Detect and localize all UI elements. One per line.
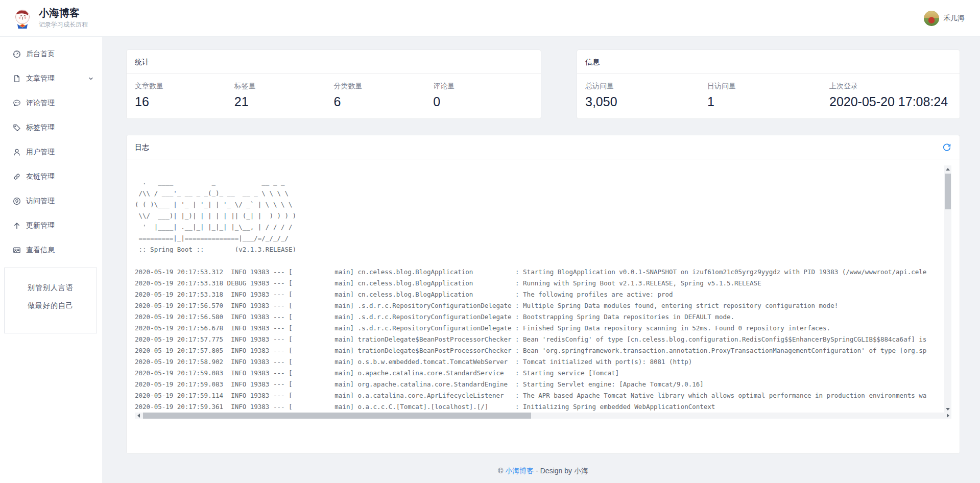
user-name: 禾几海 <box>943 14 965 23</box>
stat-value: 0 <box>433 94 533 109</box>
stat-label: 文章数量 <box>135 82 234 91</box>
brand-subtitle: 记录学习成长历程 <box>39 20 88 29</box>
log-line: 2020-05-19 20:17:56.678 INFO 19383 --- [… <box>135 323 944 334</box>
log-line: 2020-05-19 20:17:56.570 INFO 19383 --- [… <box>135 300 944 311</box>
user-avatar <box>924 11 939 26</box>
banner-line: :: Spring Boot :: (v2.1.3.RELEASE) <box>135 244 944 255</box>
stat-tags: 标签量 21 <box>234 82 334 109</box>
stat-categories: 分类数量 6 <box>334 82 434 109</box>
log-line: 2020-05-19 20:17:59.114 INFO 19383 --- [… <box>135 390 944 401</box>
banner-line: ( ( )\___ | '_ | '_| | '_ \/ _` | \ \ \ … <box>135 199 944 210</box>
footer-copyright: © <box>498 467 505 475</box>
log-line: 2020-05-19 20:17:57.775 INFO 19383 --- [… <box>135 334 944 345</box>
update-arrow-icon <box>13 222 21 230</box>
log-line: 2020-05-19 20:17:53.312 INFO 19383 --- [… <box>135 267 944 278</box>
motto-box: 别管别人言语 做最好的自己 <box>4 268 97 333</box>
log-viewport: . ____ _ __ _ _ /\\ / ___'_ __ _ _(_)_ _… <box>135 165 951 419</box>
scroll-right-button[interactable] <box>944 413 951 419</box>
horizontal-scrollbar[interactable] <box>135 413 951 419</box>
stats-card-title: 统计 <box>127 50 541 74</box>
motto-line-1: 别管别人言语 <box>5 283 97 293</box>
stat-value: 21 <box>234 94 334 109</box>
stat-daily-visits: 日访问量 1 <box>707 82 829 109</box>
sidebar-item-articles[interactable]: 文章管理 <box>0 66 102 91</box>
stat-value: 1 <box>707 94 829 109</box>
stat-label: 上次登录 <box>829 82 951 91</box>
banner-line: ' |____| .__|_| |_|_| |_\__, | / / / / <box>135 222 944 233</box>
sidebar-item-links[interactable]: 友链管理 <box>0 164 102 189</box>
link-icon <box>13 173 21 181</box>
sidebar-item-label: 标签管理 <box>26 123 55 132</box>
stat-total-visits: 总访问量 3,050 <box>585 82 707 109</box>
vertical-scrollbar[interactable] <box>944 165 951 413</box>
log-output: . ____ _ __ _ _ /\\ / ___'_ __ _ _(_)_ _… <box>135 165 944 413</box>
sidebar-item-label: 评论管理 <box>26 99 55 108</box>
horizontal-scroll-track[interactable] <box>142 413 944 419</box>
log-line: 2020-05-19 20:17:53.318 DEBUG 19383 --- … <box>135 278 944 289</box>
sidebar-item-label: 更新管理 <box>26 221 55 230</box>
sidebar-item-label: 文章管理 <box>26 74 55 83</box>
log-line: 2020-05-19 20:17:58.902 INFO 19383 --- [… <box>135 356 944 368</box>
user-icon <box>13 148 21 156</box>
sidebar-item-label: 访问管理 <box>26 197 55 206</box>
stat-label: 标签量 <box>234 82 334 91</box>
footer-blog-link[interactable]: 小海博客 <box>505 467 534 475</box>
stat-articles: 文章数量 16 <box>135 82 234 109</box>
sidebar-item-tags[interactable]: 标签管理 <box>0 115 102 140</box>
sidebar-item-view-info[interactable]: 查看信息 <box>0 238 102 262</box>
banner-line: . ____ _ __ _ _ <box>135 177 944 188</box>
stat-label: 总访问量 <box>585 82 707 91</box>
sidebar-item-label: 查看信息 <box>26 246 55 255</box>
user-menu[interactable]: 禾几海 <box>924 11 965 26</box>
mascot-logo-icon <box>11 7 34 30</box>
log-card: 日志 . ____ _ __ _ _ /\\ / ___'_ __ _ _(_)… <box>126 135 960 454</box>
scroll-down-button[interactable] <box>944 405 951 413</box>
dashboard-icon <box>13 50 21 58</box>
footer: © 小海博客 - Design by 小海 <box>126 467 960 476</box>
app-header: 小海博客 记录学习成长历程 禾几海 <box>0 0 980 37</box>
banner-line: =========|_|==============|___/=/_/_/_/ <box>135 233 944 244</box>
scroll-up-button[interactable] <box>944 165 951 173</box>
footer-suffix: - Design by 小海 <box>534 467 588 475</box>
log-line: 2020-05-19 20:17:53.318 INFO 19383 --- [… <box>135 289 944 300</box>
profile-card-icon <box>13 246 21 254</box>
visit-icon <box>13 197 21 205</box>
stat-comments: 评论量 0 <box>433 82 533 109</box>
sidebar-item-comments[interactable]: 评论管理 <box>0 91 102 115</box>
sidebar-item-visits[interactable]: 访问管理 <box>0 189 102 213</box>
sidebar-item-label: 后台首页 <box>26 50 55 59</box>
info-card: 信息 总访问量 3,050 日访问量 1 上次登录 2020-05-20 17:… <box>577 50 960 119</box>
banner-line: \\/ ___)| |_)| | | | | || (_| | ) ) ) ) <box>135 210 944 222</box>
stats-card: 统计 文章数量 16 标签量 21 分类数量 6 <box>126 50 541 119</box>
stat-label: 日访问量 <box>707 82 829 91</box>
stat-value: 16 <box>135 94 234 109</box>
scroll-left-button[interactable] <box>135 413 142 419</box>
comment-icon <box>13 99 21 107</box>
brand-title: 小海博客 <box>39 7 88 19</box>
sidebar-item-label: 友链管理 <box>26 172 55 181</box>
main-content: 统计 文章数量 16 标签量 21 分类数量 6 <box>102 37 980 483</box>
banner-line: /\\ / ___'_ __ _ _(_)_ __ __ _ \ \ \ \ <box>135 188 944 199</box>
brand[interactable]: 小海博客 记录学习成长历程 <box>11 7 88 30</box>
tag-icon <box>13 124 21 132</box>
log-line: 2020-05-19 20:17:59.361 INFO 19383 --- [… <box>135 401 944 413</box>
sidebar: 后台首页 文章管理 评论管理 标签管理 <box>0 37 102 483</box>
stat-value: 2020-05-20 17:08:24 <box>829 94 951 109</box>
vertical-scroll-thumb[interactable] <box>945 174 951 209</box>
chevron-down-icon <box>88 76 94 82</box>
stat-last-login: 上次登录 2020-05-20 17:08:24 <box>829 82 951 109</box>
sidebar-item-label: 用户管理 <box>26 148 55 157</box>
sidebar-item-updates[interactable]: 更新管理 <box>0 213 102 238</box>
log-line: 2020-05-19 20:17:56.580 INFO 19383 --- [… <box>135 311 944 323</box>
stat-label: 评论量 <box>433 82 533 91</box>
log-line: 2020-05-19 20:17:57.805 INFO 19383 --- [… <box>135 345 944 356</box>
refresh-icon[interactable] <box>942 143 951 152</box>
sidebar-item-dashboard[interactable]: 后台首页 <box>0 42 102 66</box>
sidebar-item-users[interactable]: 用户管理 <box>0 140 102 164</box>
log-card-title: 日志 <box>135 143 149 152</box>
article-icon <box>13 75 21 83</box>
log-line: 2020-05-19 20:17:59.083 INFO 19383 --- [… <box>135 379 944 390</box>
horizontal-scroll-thumb[interactable] <box>143 413 531 419</box>
motto-line-2: 做最好的自己 <box>5 301 97 310</box>
stat-label: 分类数量 <box>334 82 434 91</box>
